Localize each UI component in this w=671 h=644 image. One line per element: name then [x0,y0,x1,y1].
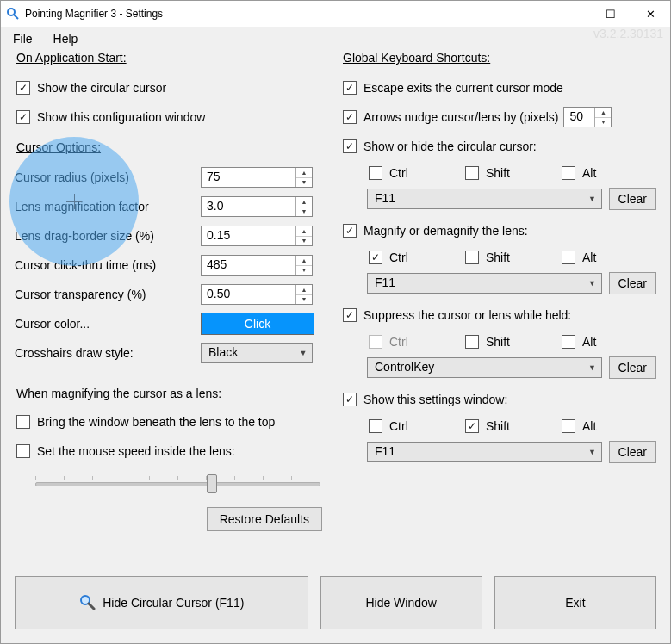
clear-button[interactable]: Clear [609,188,656,210]
setspeed-label: Set the mouse speed inside the lens: [37,444,235,458]
version-label: v3.2.2.30131 [593,27,670,40]
shift-checkbox[interactable] [465,251,479,264]
shortcut-group: Magnify or demagnify the lens:CtrlShiftA… [341,218,656,297]
shift-checkbox[interactable] [465,335,479,349]
ctrl-label: Ctrl [389,251,408,264]
setspeed-checkbox[interactable] [16,444,30,458]
shortcut-enable-checkbox[interactable] [343,393,357,406]
magnifier-icon [78,593,96,613]
chevron-down-icon: ▼ [584,358,601,377]
shortcut-enable-checkbox[interactable] [343,224,357,238]
bringtop-label: Bring the window beneath the lens to the… [37,415,275,429]
alt-checkbox[interactable] [562,335,575,349]
ctrl-label: Ctrl [389,166,408,180]
show-config-checkbox[interactable] [16,110,30,124]
clear-button[interactable]: Clear [609,441,656,463]
color-button[interactable]: Click [201,313,314,335]
clear-button[interactable]: Clear [609,272,656,294]
shift-checkbox[interactable] [465,419,479,433]
show-cursor-checkbox[interactable] [16,81,30,95]
show-config-label: Show this configuration window [37,110,205,124]
chevron-down-icon: ▼ [584,443,601,461]
ctrl-checkbox[interactable] [369,166,382,180]
nudge-label: Arrows nudge cursor/lens by (pixels) [363,110,558,124]
ctrl-checkbox[interactable] [369,251,382,264]
radius-value[interactable]: 75 [202,168,295,187]
chevron-down-icon: ▼ [584,274,601,293]
onstart-heading: On Application Start: [16,51,324,65]
chevron-down-icon: ▼ [295,344,312,362]
alt-label: Alt [582,166,596,180]
trans-label: Cursor transparency (%) [15,288,201,301]
minimize-button[interactable]: — [551,1,591,27]
mag-spinner[interactable]: 3.0 ▲▼ [201,196,313,217]
alt-checkbox[interactable] [562,251,575,264]
down-arrow-icon[interactable]: ▼ [296,178,312,188]
shortcut-label: Show this settings window: [363,393,507,406]
shortcut-group: Show this settings window:CtrlShiftAltF1… [341,387,656,466]
ctrl-checkbox [369,335,382,349]
shortcut-enable-checkbox[interactable] [343,308,357,322]
shortcut-label: Show or hide the circular cursor: [363,139,537,153]
titlebar: Pointing Magnifier 3 - Settings — ☐ ✕ [1,1,670,27]
ctrl-checkbox[interactable] [369,419,382,433]
mag-value[interactable]: 3.0 [202,197,295,216]
shift-checkbox[interactable] [465,166,479,180]
trans-spinner[interactable]: 0.50 ▲▼ [201,284,313,305]
shift-label: Shift [486,335,510,349]
alt-checkbox[interactable] [562,166,575,180]
drag-label: Lens drag-border size (%) [15,229,201,243]
shortcut-key-value: F11 [368,443,584,461]
click-spinner[interactable]: 485 ▲▼ [201,255,313,276]
close-button[interactable]: ✕ [631,1,670,27]
shortcut-key-combo[interactable]: ControlKey▼ [367,357,602,378]
app-icon [6,7,20,21]
speed-slider[interactable] [35,473,320,495]
hide-cursor-button[interactable]: Hide Circular Cursor (F11) [15,576,308,629]
trans-value[interactable]: 0.50 [202,285,295,304]
bringtop-checkbox[interactable] [16,415,30,429]
shortcut-key-value: F11 [368,189,584,208]
cursor-options-heading: Cursor Options: [16,140,324,154]
nudge-checkbox[interactable] [343,110,357,124]
shortcut-key-combo[interactable]: F11▼ [367,189,602,209]
slider-thumb[interactable] [207,474,217,493]
settings-window: Pointing Magnifier 3 - Settings — ☐ ✕ Fi… [0,0,671,644]
shortcut-label: Magnify or demagnify the lens: [363,224,528,238]
restore-defaults-button[interactable]: Restore Defaults [207,507,322,531]
drag-value[interactable]: 0.15 [202,226,295,245]
hide-window-button[interactable]: Hide Window [320,576,482,629]
shortcut-group: Suppress the cursor or lens while held:C… [341,302,656,381]
whenmag-heading: When magnifying the cursor as a lens: [16,387,324,400]
drag-spinner[interactable]: 0.15 ▲▼ [201,226,313,246]
alt-label: Alt [582,251,596,264]
radius-spinner[interactable]: 75 ▲▼ [201,167,313,188]
escape-label: Escape exits the current cursor mode [363,81,563,95]
escape-checkbox[interactable] [343,81,357,95]
svg-line-1 [14,15,18,19]
mag-label: Lens magnification factor [15,200,201,214]
clear-button[interactable]: Clear [609,356,656,379]
ctrl-label: Ctrl [389,419,408,433]
client-area: On Application Start: Show the circular … [1,40,670,643]
shortcut-group: Show or hide the circular cursor:CtrlShi… [341,133,656,213]
color-label: Cursor color... [15,317,201,331]
shortcut-enable-checkbox[interactable] [343,139,357,153]
crosshairs-value: Black [202,344,295,362]
nudge-spinner[interactable]: 50 ▲▼ [563,107,612,127]
shortcut-key-value: F11 [368,274,584,293]
maximize-button[interactable]: ☐ [591,1,631,27]
window-title: Pointing Magnifier 3 - Settings [25,8,163,20]
exit-button[interactable]: Exit [494,576,656,629]
click-value[interactable]: 485 [202,256,295,275]
shift-label: Shift [486,419,510,433]
ctrl-label: Ctrl [389,335,408,349]
nudge-value[interactable]: 50 [564,108,594,127]
shortcut-key-value: ControlKey [368,358,584,377]
shortcut-label: Suppress the cursor or lens while held: [363,308,571,322]
alt-checkbox[interactable] [562,419,575,433]
crosshairs-combo[interactable]: Black ▼ [201,343,313,363]
shortcut-key-combo[interactable]: F11▼ [367,273,602,294]
shortcut-key-combo[interactable]: F11▼ [367,442,602,462]
up-arrow-icon[interactable]: ▲ [296,168,312,178]
